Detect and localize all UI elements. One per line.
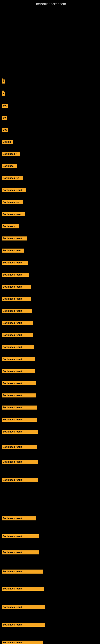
bar-label: Bottleneck result [1, 418, 37, 422]
bar-item: Bottleneck result [1, 570, 43, 574]
bar-item: Bottleneck result [1, 333, 33, 337]
bar-item: Bottleneck r [1, 224, 19, 228]
bar-item: Bottleneck result [1, 460, 38, 464]
bar-item: Bottleneck result [1, 640, 43, 644]
bar-label: Bottleneck result [1, 333, 33, 337]
bar-item: Bottleneck result [1, 285, 31, 289]
bar-item: Bottleneck result [1, 406, 37, 410]
bar-item: Bottleneck result [1, 623, 45, 627]
page-wrapper: TheBottlenecker.com BBBotBoBotBottlenBot… [0, 0, 100, 644]
bar-label: Bottleneck r [1, 224, 19, 228]
bar-item-small [1, 55, 2, 58]
bar-item: Bottleneck result [1, 369, 35, 373]
bar-label: Bottleneck result [1, 550, 39, 554]
bar-item: Bottleneck result [1, 260, 28, 265]
bar-item: Bottleneck result [1, 534, 39, 538]
bar-label: Bottleneck result [1, 478, 38, 482]
bars-container: BBBotBoBotBottlenBottleneck rBottlenecBo… [0, 7, 100, 644]
bar-label: Bottleneck result [1, 516, 36, 520]
bar-item: Bot [1, 104, 8, 108]
bar-label: Bottleneck result [1, 445, 37, 449]
bar-label: Bottleneck result [1, 623, 45, 627]
bar-item: Bottleneck result [1, 445, 37, 449]
bar-label: Bo [1, 116, 7, 120]
bar-label: Bottleneck result [1, 188, 26, 192]
bar-item: Bottleneck result [1, 357, 35, 361]
bar-item: Bottleneck r [1, 152, 20, 156]
bar-item: Bottleneck result [1, 430, 38, 434]
bar-label: Bottleneck result [1, 297, 31, 301]
bar-item: Bottleneck result [1, 309, 32, 313]
bar-item: Bottleneck result [1, 321, 33, 325]
bar-label: Bottleneck resu [1, 248, 24, 252]
bar-label: Bottleneck result [1, 406, 37, 410]
bar-label: Bottleneck result [1, 605, 45, 609]
bar-label: Bottleneck result [1, 273, 29, 277]
bar-label: Bot [1, 128, 8, 132]
bar-item: Bottleneck result [1, 516, 36, 520]
bar-item: Bottlen [1, 140, 13, 144]
bar-label: Bottleneck result [1, 381, 36, 386]
bar-label: Bottleneck result [1, 236, 27, 240]
bar-label: Bottleneck result [1, 345, 34, 349]
bar-label: Bottleneck res [1, 176, 23, 180]
bar-item-small [1, 78, 3, 81]
bar-label: Bottleneck result [1, 587, 44, 591]
bar-item-small [1, 19, 2, 22]
bar-label: Bottleneck res [1, 200, 23, 204]
bar-item: Bottleneck result [1, 381, 36, 386]
bar-item-small [1, 68, 2, 70]
bar-label: Bottleneck result [1, 285, 31, 289]
bar-label: Bottleneck result [1, 460, 38, 464]
bar-label: Bot [1, 104, 8, 108]
bar-item: Bottleneck result [1, 273, 29, 277]
bar-item: Bottleneck res [1, 176, 23, 180]
bar-item: Bot [1, 128, 8, 132]
bar-item: Bottleneck result [1, 394, 36, 398]
bar-item: Bottleneck result [1, 418, 37, 422]
bar-item-small [1, 90, 4, 94]
bar-label: Bottleneck result [1, 260, 28, 265]
bar-label: Bottleneck result [1, 357, 35, 361]
bar-item: Bottleneck result [1, 605, 45, 609]
bar-item: Bottleneck result [1, 297, 31, 301]
bar-label: Bottleneck result [1, 321, 33, 325]
bar-label: Bottleneck result [1, 309, 32, 313]
bar-item: Bottlenec [1, 164, 17, 168]
bar-item: Bottleneck result [1, 345, 34, 349]
bar-item: Bottleneck result [1, 188, 26, 192]
bar-label: Bottleneck resul [1, 212, 25, 216]
bar-label: Bottlen [1, 140, 13, 144]
bar-item: Bo [1, 116, 7, 120]
bar-item: Bottleneck result [1, 478, 38, 482]
site-title: TheBottlenecker.com [0, 0, 100, 7]
bar-item: Bottleneck resu [1, 248, 24, 252]
bar-label: Bottleneck result [1, 534, 39, 538]
bar-item: Bottleneck res [1, 200, 23, 204]
bar-item-small [1, 43, 2, 46]
bar-item: Bottleneck result [1, 587, 44, 591]
bar-label: Bottleneck result [1, 640, 43, 644]
bar-item: Bottleneck result [1, 550, 39, 554]
bar-label: Bottleneck result [1, 394, 36, 398]
bar-item: Bottleneck result [1, 236, 27, 240]
bar-item: Bottleneck resul [1, 212, 25, 216]
bar-label: Bottleneck r [1, 152, 20, 156]
bar-label: Bottleneck result [1, 430, 38, 434]
bar-label: Bottleneck result [1, 369, 35, 373]
bar-label: Bottlenec [1, 164, 17, 168]
bar-item-small [1, 31, 2, 34]
bar-label: Bottleneck result [1, 570, 43, 574]
